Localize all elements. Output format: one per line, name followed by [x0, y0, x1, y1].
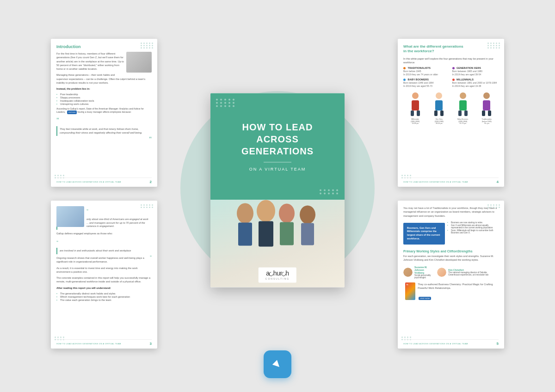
svg-rect-17 — [459, 100, 467, 110]
page3-footer: HOW TO LEAD ACROSS GENERATIONS ON A VIRT… — [56, 339, 152, 346]
after-bullet-1: The generationally distinct work habits … — [56, 292, 152, 295]
gallup-reference: According to Gallup's report, State of t… — [56, 107, 152, 114]
svg-rect-21 — [483, 100, 490, 110]
page4-footer: HOW TO LEAD ACROSS GENERATIONS ON A VIRT… — [403, 178, 499, 184]
person2-avatar-img — [437, 268, 446, 277]
boomer-icon: Baby Boomers(1946-1964)55-73 yrs — [455, 91, 471, 125]
svg-point-12 — [436, 92, 442, 99]
pages-container: Introduction For the first time in histo… — [23, 11, 532, 381]
footer-text-5: HOW TO LEAD ACROSS GENERATIONS ON A VIRT… — [403, 343, 468, 345]
svg-rect-23 — [488, 110, 491, 116]
cover-divider — [264, 162, 291, 162]
cover-page: HOW TO LEAD ACROSS GENERATIONS ON A VIRT… — [210, 93, 345, 287]
svg-point-16 — [460, 92, 466, 99]
trad-icon: Traditionalists(before 1945)74+ yrs — [479, 91, 495, 125]
book-section: Bc They co-authored Business Chemistry: … — [403, 282, 499, 302]
svg-point-0 — [237, 203, 253, 223]
body4-p3: The concrete examples contained in this … — [56, 276, 152, 284]
footer-text-2: HOW TO LEAD ACROSS GENERATIONS ON A VIRT… — [56, 181, 121, 183]
svg-rect-11 — [417, 110, 420, 116]
workforce-bullets: Boomers are now starting to retire. Gen … — [447, 220, 499, 247]
workforce-section: Boomers, Gen Xers and Millennials compri… — [403, 220, 499, 247]
svg-point-6 — [300, 205, 315, 224]
person1-name: Suzanne M. Johnson Vickberg — [414, 266, 433, 274]
bullet-2: Sloppy processes — [56, 96, 152, 99]
clifton-heading: Primary Working Styles and CliftonStreng… — [403, 250, 499, 253]
trad-figure — [480, 91, 493, 116]
svg-rect-13 — [435, 100, 443, 110]
quote2-text: are involved in and enthusiastic about t… — [56, 248, 152, 254]
quote-text: They feel miserable while at work, and t… — [56, 126, 152, 136]
bullet-3: Inadequate collaboration tools — [56, 99, 152, 102]
gen-boomers: BABY BOOMERS Born between 1946 and 1964I… — [403, 78, 450, 87]
decorative-dots-tr-4 — [487, 43, 500, 49]
svg-rect-18 — [458, 110, 462, 116]
decorative-dots-tr — [141, 43, 154, 49]
generations-grid: TRADITIONALISTS Born before 1945In 2019 … — [403, 67, 499, 87]
gen-millennials: MILLENNIALS Born between 1981 and 2000 o… — [452, 78, 499, 87]
page-num-3: 3 — [150, 342, 152, 346]
svg-rect-9 — [412, 100, 419, 110]
book-text: They co-authored Business Chemistry: Pra… — [418, 282, 499, 301]
navigation-button[interactable]: ► — [264, 350, 291, 378]
svg-rect-1 — [238, 222, 252, 245]
clifton-body: For each generation, we investigate thei… — [403, 254, 499, 262]
problem-heading: Instead, the problem lies in: — [56, 87, 152, 91]
person1-title: Social-personality psychologist — [414, 274, 433, 279]
page-workforce: You may not have a lot of Traditionalist… — [398, 201, 504, 349]
page-generations: What are the different generations in th… — [398, 39, 504, 187]
after-bullet-2: Which management techniques work best fo… — [56, 295, 152, 298]
people-svg — [210, 176, 345, 264]
person1-info: Suzanne M. Johnson Vickberg Social-perso… — [414, 266, 433, 279]
bullet-4: Uninspiring work cultures — [56, 103, 152, 105]
svg-rect-10 — [411, 110, 414, 116]
person2-info: Kim Christfort The national managing dir… — [448, 269, 499, 276]
millennial-figure — [409, 91, 422, 116]
gen-traditionalists: TRADITIONALISTS Born before 1945In 2019 … — [403, 67, 450, 76]
person2-profile: Kim Christfort The national managing dir… — [437, 266, 499, 279]
person1-avatar — [403, 268, 413, 277]
logo-sub: CONSULTING — [265, 277, 290, 280]
page-introduction: Introduction For the first time in histo… — [51, 39, 157, 187]
logo-name: ahurh — [265, 270, 290, 277]
cover-title: HOW TO LEAD ACROSS GENERATIONS — [241, 121, 314, 157]
intro-body2: Managing these generations – their work … — [56, 73, 152, 85]
bullet-1: Poor leadership — [56, 93, 152, 96]
svg-rect-19 — [464, 110, 468, 116]
workforce-bullet-3: Soon, Millennials will begin to outnumbe… — [447, 229, 499, 234]
cover-subtitle: ON A VIRTUAL TEAM — [249, 167, 306, 172]
gallup-link[interactable]: visit now — [67, 110, 77, 114]
trad-dot — [403, 67, 406, 69]
decorative-dots-tr-5 — [487, 204, 500, 208]
quote-section: " They feel miserable while at work, and… — [56, 116, 152, 136]
workforce-body1: You may not have a lot of Traditionalist… — [403, 206, 499, 218]
svg-rect-7 — [301, 223, 314, 245]
open-quote2: " — [56, 240, 58, 245]
after-bullets: The generationally distinct work habits … — [56, 292, 152, 301]
page-num-5: 5 — [497, 342, 499, 346]
page-engagement: " only about one-third of Americans are … — [51, 201, 157, 349]
book-cover-img: Bc — [405, 282, 415, 300]
intro-heading: Introduction — [56, 44, 152, 49]
boomer-dot — [403, 79, 406, 81]
workforce-bullet-2: Gen X and Millennials are almost equally… — [447, 224, 499, 229]
genx-icon: Gen Xers(1965-1980)39-54 yrs — [431, 91, 447, 125]
after-heading: After reading this report you will under… — [56, 286, 152, 290]
visit-now-btn[interactable]: VISIT NOW — [419, 297, 431, 300]
nav-arrow-icon: ► — [269, 356, 286, 373]
svg-point-8 — [412, 92, 419, 99]
cover-photo-area: ahurh CONSULTING — [210, 200, 345, 287]
svg-point-4 — [279, 203, 295, 223]
gallup-body: having a lousy manager affects employees… — [78, 110, 131, 113]
intro-image — [126, 52, 152, 73]
profiles-section: Suzanne M. Johnson Vickberg Social-perso… — [403, 264, 499, 281]
svg-rect-3 — [259, 221, 273, 246]
svg-rect-15 — [440, 110, 444, 116]
workforce-bullet-1: Boomers are now starting to retire. — [447, 221, 499, 224]
open-quote: " — [56, 117, 59, 124]
people-photo — [56, 206, 84, 227]
people-icons: Millennials(1981-2000)19-38 yrs Gen Xers… — [403, 91, 499, 125]
page2-footer: HOW TO LEAD ACROSS GENERATIONS ON A VIRT… — [56, 178, 152, 184]
gen-heading: What are the different generations in th… — [403, 44, 499, 54]
close-quote: " — [149, 138, 152, 141]
